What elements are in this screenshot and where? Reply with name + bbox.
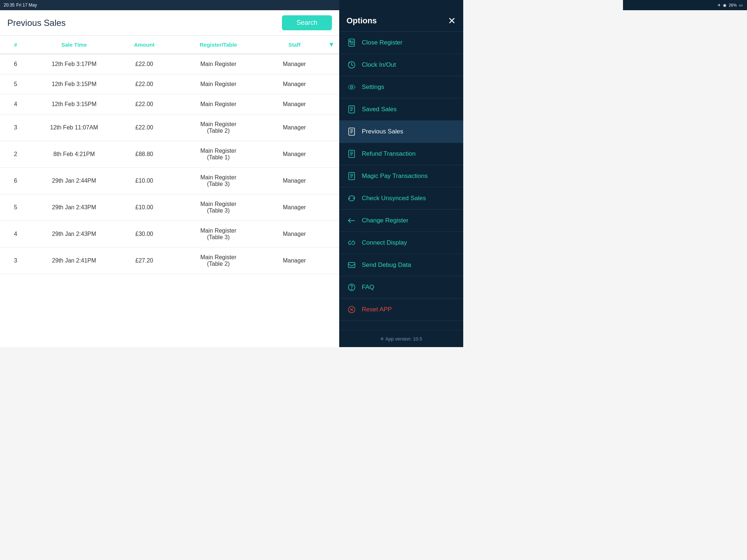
magic-icon [347,171,357,181]
cell-staff: Manager [265,221,324,248]
sidebar-item-send-debug[interactable]: Send Debug Data [339,254,463,276]
saved-icon [347,104,357,114]
col-header-register: Register/Table [171,36,265,54]
cell-num: 3 [0,114,31,141]
filter-icon[interactable]: ▼ [328,41,335,48]
cell-num: 3 [0,248,31,274]
debug-icon [347,260,357,270]
sidebar-item-magic-pay[interactable]: Magic Pay Transactions [339,165,463,187]
col-header-time: Sale Time [31,36,117,54]
col-header-filter[interactable]: ▼ [324,36,339,54]
sidebar-item-connect-display[interactable]: Connect Display [339,232,463,254]
cell-register: Main Register(Table 2) [171,248,265,274]
reset-icon [347,304,357,315]
sidebar-item-label-previous-sales: Previous Sales [362,128,403,135]
sidebar-item-refund-transaction[interactable]: Refund Transaction [339,143,463,165]
sidebar-header: Options ✕ [339,10,463,32]
sidebar-item-label-settings: Settings [362,83,384,91]
table-row[interactable]: 3 29th Jan 2:41PM £27.20 Main Register(T… [0,248,339,274]
sync-icon [347,193,357,203]
table-row[interactable]: 6 29th Jan 2:44PM £10.00 Main Register(T… [0,168,339,194]
search-button[interactable]: Search [282,15,332,30]
cell-amount: £22.00 [117,114,172,141]
svg-point-6 [351,86,353,88]
col-header-amount: Amount [117,36,172,54]
sidebar-item-reset-app[interactable]: Reset APP [339,299,463,321]
cell-register: Main Register(Table 2) [171,114,265,141]
sidebar-item-label-check-unsynced: Check Unsynced Sales [362,195,426,202]
cell-empty [324,168,339,194]
svg-line-25 [351,242,353,244]
cell-empty [324,94,339,114]
cell-time: 29th Jan 2:43PM [31,194,117,221]
sidebar-item-close-register[interactable]: Close Register [339,32,463,54]
cell-staff: Manager [265,54,324,74]
cell-empty [324,74,339,94]
sidebar-item-change-register[interactable]: Change Register [339,210,463,232]
cell-time: 12th Feb 3:17PM [31,54,117,74]
status-time: 20:35 [4,3,15,8]
cell-register: Main Register [171,94,265,114]
cell-register: Main Register(Table 3) [171,221,265,248]
close-sidebar-button[interactable]: ✕ [448,16,456,26]
change-icon [347,215,357,226]
sidebar-title: Options [347,16,377,26]
sidebar-item-clock-in-out[interactable]: Clock In/Out [339,54,463,76]
svg-rect-8 [349,106,355,113]
cell-empty [324,141,339,168]
sidebar-item-label-faq: FAQ [362,284,374,291]
cell-amount: £30.00 [117,221,172,248]
cell-time: 29th Jan 2:41PM [31,248,117,274]
cell-time: 8th Feb 4:21PM [31,141,117,168]
svg-rect-20 [349,172,355,180]
cell-empty [324,114,339,141]
cell-register: Main Register(Table 3) [171,168,265,194]
cell-amount: £88.80 [117,141,172,168]
cell-amount: £10.00 [117,194,172,221]
col-header-num: # [0,36,31,54]
cell-amount: £22.00 [117,54,172,74]
sidebar-item-label-connect-display: Connect Display [362,239,407,246]
sidebar-item-label-clock-in-out: Clock In/Out [362,61,396,69]
table-row[interactable]: 2 8th Feb 4:21PM £88.80 Main Register(Ta… [0,141,339,168]
table-row[interactable]: 5 29th Jan 2:43PM £10.00 Main Register(T… [0,194,339,221]
sidebar-item-saved-sales[interactable]: Saved Sales [339,98,463,121]
app-version-label: ✳ App version: 10.5 [380,336,422,342]
table-row[interactable]: 6 12th Feb 3:17PM £22.00 Main Register M… [0,54,339,74]
sidebar-item-label-close-register: Close Register [362,39,403,46]
cell-empty [324,221,339,248]
sidebar-item-settings[interactable]: Settings [339,76,463,98]
cell-num: 2 [0,141,31,168]
faq-icon [347,282,357,292]
sidebar-item-previous-sales[interactable]: Previous Sales [339,121,463,143]
cell-num: 4 [0,221,31,248]
table-row[interactable]: 3 12th Feb 11:07AM £22.00 Main Register(… [0,114,339,141]
status-bar-left: 20:35 Fri 17 May [0,0,339,10]
sidebar-item-check-unsynced[interactable]: Check Unsynced Sales [339,187,463,210]
table-row[interactable]: 4 29th Jan 2:43PM £30.00 Main Register(T… [0,221,339,248]
svg-point-1 [350,41,351,42]
cell-num: 6 [0,168,31,194]
table-row[interactable]: 4 12th Feb 3:15PM £22.00 Main Register M… [0,94,339,114]
cell-num: 4 [0,94,31,114]
receipt-icon [347,38,357,48]
cell-staff: Manager [265,74,324,94]
clock-icon [347,60,357,70]
svg-rect-16 [349,150,355,158]
cell-time: 12th Feb 3:15PM [31,94,117,114]
sidebar: Options ✕ Close Register Clock In/Out Se… [339,0,463,347]
sales-table: # Sale Time Amount Register/Table Staff … [0,36,339,274]
page-title: Previous Sales [7,18,66,28]
table-row[interactable]: 5 12th Feb 3:15PM £22.00 Main Register M… [0,74,339,94]
sidebar-footer: ✳ App version: 10.5 [339,330,463,347]
cell-staff: Manager [265,94,324,114]
sidebar-item-label-reset-app: Reset APP [362,306,392,313]
cell-staff: Manager [265,114,324,141]
connect-icon [347,238,357,248]
col-header-staff: Staff [265,36,324,54]
cell-register: Main Register(Table 3) [171,194,265,221]
previous-icon [347,127,357,137]
refund-icon [347,149,357,159]
status-day: Fri 17 May [16,3,37,8]
sidebar-item-faq[interactable]: FAQ [339,276,463,299]
